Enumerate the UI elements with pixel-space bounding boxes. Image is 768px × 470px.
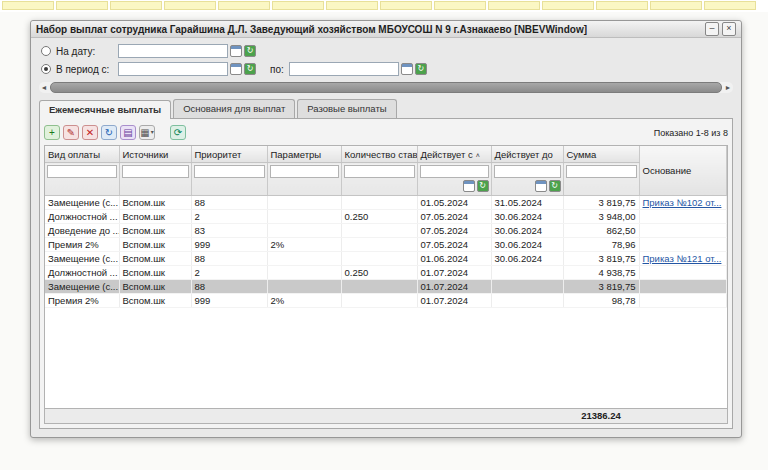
cell: 88 [191,252,267,266]
cell: Вспом.шк [119,280,191,294]
grid-toolbar: +✎✕↻▤▦▾⟳ Показано 1-8 из 8 [44,123,728,142]
calendar-icon[interactable] [463,180,475,192]
tab-payment-grounds[interactable]: Основания для выплат [173,99,295,118]
footer-cell [119,409,191,424]
column-header-5[interactable]: Действует с˄ [417,146,491,163]
caret-down-icon: ▾ [151,126,154,139]
export-icon: ▤ [123,126,132,139]
cell: Вспом.шк [119,252,191,266]
cell [491,294,563,308]
tab-panel: +✎✕↻▤▦▾⟳ Показано 1-8 из 8 Вид оплатыИст… [39,118,733,429]
filter-input-2[interactable] [194,165,265,178]
cell [267,266,341,280]
clear-icon[interactable]: ↻ [244,45,256,57]
grid-footer-table: 21386.24 [45,408,727,423]
filter-input-5[interactable] [420,165,489,178]
table-row[interactable]: Должностной ...Вспом.шк20.25001.07.20244… [45,266,727,280]
footer-cell [417,409,491,424]
filter-input-7[interactable] [566,165,637,178]
on-date-input[interactable] [118,44,228,58]
clear-icon[interactable]: ↻ [549,180,561,192]
cell: Вспом.шк [119,294,191,308]
column-header-7[interactable]: Сумма [563,146,639,163]
cell: Премия 2% [45,294,119,308]
column-header-4[interactable]: Количество став... [341,146,417,163]
clear-icon[interactable]: ↻ [415,63,427,75]
calendar-icon[interactable] [230,45,242,57]
table-row[interactable]: Замещение (с...Вспом.шк8801.07.20243 819… [45,280,727,294]
scroll-left-icon[interactable]: ◄ [39,82,49,93]
column-header-3[interactable]: Параметры [267,146,341,163]
payments-grid: Вид оплатыИсточникиПриоритетПараметрыКол… [44,145,728,424]
cell [267,210,341,224]
cell: Вспом.шк [119,196,191,210]
delete-button[interactable]: ✕ [82,125,98,140]
delete-icon: ✕ [86,126,94,139]
scroll-right-icon[interactable]: ► [723,82,733,93]
close-button[interactable]: × [722,22,736,36]
table-row[interactable]: Замещение (с...Вспом.шк8801.05.202431.05… [45,196,727,210]
table-row[interactable]: Доведение до ...Вспом.шк8307.05.202430.0… [45,224,727,238]
column-header-8[interactable]: Основание [639,146,727,196]
table-row[interactable]: Премия 2%Вспом.шк9992%07.05.202430.06.20… [45,238,727,252]
column-header-6[interactable]: Действует до [491,146,563,163]
calendar-icon[interactable] [401,63,413,75]
refresh-button[interactable]: ↻ [101,125,117,140]
add-button[interactable]: + [44,125,60,140]
cell: Приказ №121 от... [639,252,727,266]
column-header-2[interactable]: Приоритет [191,146,267,163]
table-row[interactable]: Должностной ...Вспом.шк20.25007.05.20243… [45,210,727,224]
order-link[interactable]: Приказ №121 от... [643,253,722,264]
clear-icon[interactable]: ↻ [477,180,489,192]
filter-cell-7 [563,163,639,196]
reload-button[interactable]: ⟳ [170,125,186,140]
export-button[interactable]: ▤ [120,125,136,140]
horizontal-scrollbar: ◄ ► [39,82,733,93]
clear-icon[interactable]: ↻ [244,63,256,75]
edit-button[interactable]: ✎ [63,125,79,140]
cell: Премия 2% [45,238,119,252]
cell: Вспом.шк [119,224,191,238]
table-row[interactable]: Премия 2%Вспом.шк9992%01.07.202498,78 [45,294,727,308]
background-cell [110,1,162,10]
tab-monthly-payments[interactable]: Ежемесячные выплаты [39,100,171,119]
cell [639,210,727,224]
filter-input-0[interactable] [47,165,117,178]
scrollbar-thumb[interactable] [50,82,722,93]
cell: Вспом.шк [119,266,191,280]
column-header-0[interactable]: Вид оплаты [45,146,119,163]
payments-table: Вид оплатыИсточникиПриоритетПараметрыКол… [45,146,727,308]
settings-menu-button[interactable]: ▦▾ [139,125,155,140]
minimize-button[interactable]: – [705,22,719,36]
filter-cell-6: ↻ [491,163,563,196]
period-to-input[interactable] [289,62,399,76]
cell: 88 [191,196,267,210]
filter-input-3[interactable] [270,165,339,178]
filter-input-1[interactable] [122,165,189,178]
table-row[interactable]: Замещение (с...Вспом.шк8801.06.202430.06… [45,252,727,266]
reload-icon: ⟳ [174,126,182,139]
on-date-radio[interactable] [41,46,51,56]
period-from-input[interactable] [118,62,228,76]
calendar-icon[interactable] [230,63,242,75]
cell: 2% [267,238,341,252]
filter-input-4[interactable] [344,165,415,178]
calendar-icon[interactable] [535,180,547,192]
order-link[interactable]: Приказ №102 от... [643,197,722,208]
filter-input-6[interactable] [494,165,561,178]
cell: 98,78 [563,294,639,308]
cell: 2% [267,294,341,308]
period-to-label: по: [270,64,284,75]
cell [341,280,417,294]
date-filter-area: На дату: ↻ В период с: ↻ по: ↻ [31,38,741,79]
cell: Должностной ... [45,266,119,280]
background-cell [380,1,432,10]
background-cell [2,1,54,10]
filter-cell-5: ↻ [417,163,491,196]
tab-onetime-payments[interactable]: Разовые выплаты [297,99,396,118]
cell: 862,50 [563,224,639,238]
column-header-1[interactable]: Источники [119,146,191,163]
footer-cell [267,409,341,424]
period-radio[interactable] [41,64,51,74]
cell: 07.05.2024 [417,238,491,252]
